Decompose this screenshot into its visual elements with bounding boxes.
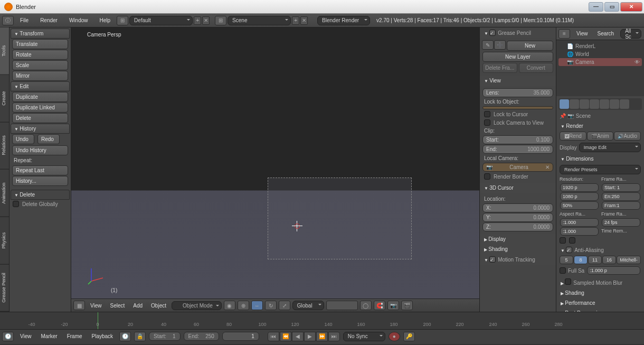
- cursor-z-field[interactable]: Z:0.0000: [482, 222, 553, 231]
- tab-relations[interactable]: Relations: [0, 122, 9, 170]
- layers-buttons[interactable]: [326, 301, 358, 310]
- res-y-field[interactable]: 1080 p: [560, 192, 599, 201]
- aa-8-button[interactable]: 8: [574, 256, 588, 264]
- pp-postproc-header[interactable]: Post Processing: [557, 308, 643, 312]
- keying-set-icon[interactable]: 🔑: [403, 332, 415, 341]
- np-view-header[interactable]: View: [480, 76, 556, 86]
- tab-create[interactable]: Create: [0, 75, 9, 123]
- transform-orientation-dropdown[interactable]: Global: [292, 301, 324, 310]
- snap-icon[interactable]: 🧲: [374, 301, 385, 310]
- tab-scene-icon[interactable]: [580, 99, 589, 109]
- tree-item-world[interactable]: 🌐 World: [558, 50, 642, 58]
- fps-field[interactable]: 24 fps: [602, 218, 640, 227]
- screen-layout-dropdown[interactable]: Default: [129, 16, 193, 25]
- aa-size-field[interactable]: :1.000 p: [587, 266, 640, 275]
- np-grease-pencil-header[interactable]: Grease Pencil: [480, 27, 556, 38]
- lock-range-icon[interactable]: 🔒: [134, 332, 146, 341]
- aa-filter-dropdown[interactable]: Mitchell-: [617, 256, 641, 264]
- window-maximize-button[interactable]: ▭: [604, 2, 619, 12]
- lens-field[interactable]: Lens:35.000: [482, 88, 553, 97]
- layout-delete-button[interactable]: ✕: [202, 16, 210, 25]
- menu-window[interactable]: Window: [64, 17, 93, 23]
- menu-render[interactable]: Render: [35, 17, 63, 23]
- render-opengl-anim-icon[interactable]: 🎬: [401, 301, 413, 310]
- current-frame-input[interactable]: 1: [222, 332, 259, 341]
- jump-end-button[interactable]: ⏭: [328, 332, 340, 341]
- scale-button[interactable]: Scale: [12, 60, 68, 70]
- layout-browse-icon[interactable]: ⊞: [117, 16, 128, 25]
- tab-object-icon[interactable]: [600, 99, 609, 109]
- tl-playback-menu[interactable]: Playback: [89, 333, 117, 339]
- np-motion-header[interactable]: Motion Tracking: [480, 254, 556, 265]
- np-display-header[interactable]: Display: [480, 234, 556, 244]
- shading-sphere-icon[interactable]: ◉: [224, 301, 235, 310]
- history-button[interactable]: History...: [12, 176, 68, 186]
- gp-delete-frame-button[interactable]: Delete Fra...: [482, 63, 517, 73]
- aa-11-button[interactable]: 11: [588, 256, 602, 264]
- gp-new-button[interactable]: New: [507, 41, 553, 51]
- gp-line-icon[interactable]: ➕: [494, 40, 506, 50]
- lock-object-field[interactable]: [482, 106, 553, 109]
- layout-add-button[interactable]: +: [194, 16, 201, 25]
- render-anim-button[interactable]: 🎬Anim: [587, 132, 614, 141]
- scene-dropdown[interactable]: Scene: [228, 16, 291, 25]
- outliner-editor-icon[interactable]: ≡: [558, 29, 570, 39]
- local-camera-field[interactable]: 📷Camera✕: [482, 163, 553, 172]
- res-x-field[interactable]: 1920 p: [560, 183, 599, 192]
- keyframe-prev-button[interactable]: ⏪: [280, 332, 291, 341]
- frame-start-input[interactable]: Start:1: [149, 332, 180, 341]
- auto-keying-button[interactable]: ●: [389, 332, 400, 341]
- manipulator-rotate-icon[interactable]: ↻: [265, 301, 277, 310]
- panel-history[interactable]: History: [11, 124, 70, 134]
- gp-convert-button[interactable]: Convert: [519, 63, 554, 73]
- jump-start-button[interactable]: ⏮: [268, 332, 279, 341]
- repeat-last-button[interactable]: Repeat Last: [12, 165, 68, 175]
- pp-shading-header[interactable]: Shading: [557, 288, 643, 298]
- menu-file[interactable]: File: [15, 17, 34, 23]
- timeline-editor-type-icon[interactable]: 🕐: [2, 332, 14, 341]
- translate-button[interactable]: Translate: [12, 39, 68, 49]
- res-pct-field[interactable]: 50%: [560, 201, 599, 210]
- proportional-edit-icon[interactable]: ◯: [360, 301, 372, 310]
- display-mode-dropdown[interactable]: Image Edit: [579, 143, 641, 152]
- manipulator-translate-icon[interactable]: ↔: [251, 301, 263, 310]
- pp-render-header[interactable]: Render: [557, 121, 643, 131]
- cursor-y-field[interactable]: Y:0.0000: [482, 213, 553, 222]
- editor-type-icon[interactable]: ⓘ: [2, 16, 14, 25]
- view3d-editor-type-icon[interactable]: ▦: [73, 301, 85, 310]
- tab-animation[interactable]: Animation: [0, 170, 9, 217]
- scene-delete-button[interactable]: ✕: [300, 16, 308, 25]
- pp-performance-header[interactable]: Performance: [557, 298, 643, 308]
- mirror-button[interactable]: Mirror: [12, 71, 68, 81]
- tree-item-camera[interactable]: 📷 Camera 👁: [558, 58, 642, 66]
- view-menu[interactable]: View: [87, 303, 105, 309]
- tab-world-icon[interactable]: [590, 99, 599, 109]
- aa-5-button[interactable]: 5: [560, 256, 573, 264]
- object-menu[interactable]: Object: [148, 303, 169, 309]
- tab-render-icon[interactable]: [560, 99, 569, 109]
- tl-view-menu[interactable]: View: [17, 333, 35, 339]
- pp-aa-header[interactable]: Anti-Aliasing: [557, 245, 643, 255]
- delete-globally-checkbox[interactable]: Delete Globally: [11, 200, 70, 208]
- window-close-button[interactable]: ✕: [620, 2, 642, 12]
- cursor-x-field[interactable]: X:0.0000: [482, 203, 553, 212]
- np-shading-header[interactable]: Shading: [480, 244, 556, 254]
- panel-transform[interactable]: Transform: [11, 29, 70, 39]
- clip-end-field[interactable]: End:1000.000: [482, 145, 553, 154]
- render-audio-button[interactable]: 🔊Audio: [614, 132, 641, 141]
- panel-edit[interactable]: Edit: [11, 81, 70, 91]
- add-menu[interactable]: Add: [130, 303, 146, 309]
- lock-camera-checkbox[interactable]: Lock Camera to View: [482, 118, 554, 127]
- border-checkbox[interactable]: [560, 237, 566, 244]
- frame-end-field[interactable]: En:250: [602, 192, 640, 201]
- window-minimize-button[interactable]: —: [589, 2, 603, 12]
- lock-cursor-checkbox[interactable]: Lock to Cursor: [482, 110, 554, 118]
- outliner-view-menu[interactable]: View: [573, 31, 591, 36]
- gp-draw-icon[interactable]: ✎: [482, 40, 494, 50]
- duplicate-linked-button[interactable]: Duplicate Linked: [12, 102, 68, 113]
- keyframe-next-button[interactable]: ⏩: [316, 332, 328, 341]
- render-presets-dropdown[interactable]: Render Presets: [560, 165, 641, 174]
- render-opengl-icon[interactable]: 📷: [387, 301, 399, 310]
- frame-start-field[interactable]: Start: 1: [602, 183, 640, 192]
- fullsample-checkbox[interactable]: [560, 267, 566, 274]
